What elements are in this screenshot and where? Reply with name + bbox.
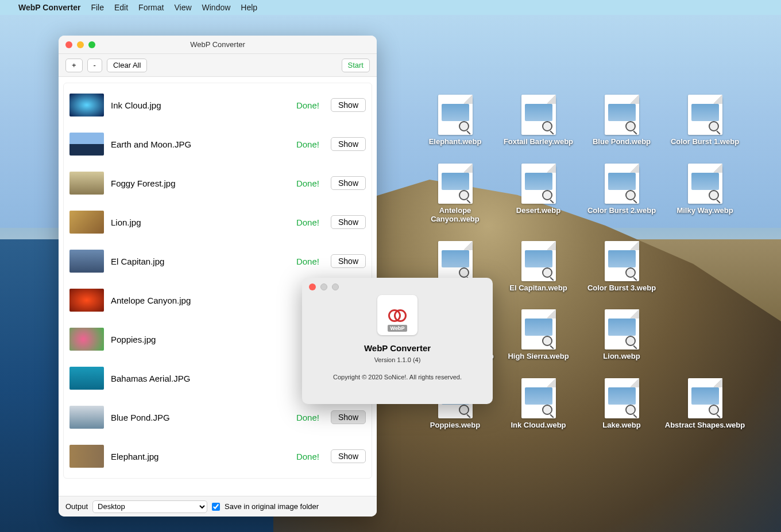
zoom-button[interactable] [88, 41, 95, 48]
file-label: Antelope Canyon.webp [415, 206, 496, 224]
file-thumbnail [69, 328, 104, 351]
menu-edit[interactable]: Edit [114, 3, 128, 12]
menu-view[interactable]: View [174, 3, 191, 12]
desktop-file-icon[interactable]: High Sierra.webp [497, 309, 580, 361]
file-icon [605, 164, 639, 204]
file-name: Elephant.jpg [111, 452, 289, 461]
file-icon [688, 164, 722, 204]
start-button[interactable]: Start [342, 59, 370, 72]
show-button[interactable]: Show [331, 98, 366, 112]
file-icon [605, 378, 639, 418]
file-row[interactable]: Ink Cloud.jpgDone!Show [64, 86, 372, 125]
show-button[interactable]: Show [331, 137, 366, 151]
desktop-file-icon[interactable]: Color Burst 2.webp [580, 164, 663, 224]
file-icon [605, 241, 639, 281]
footer-bar: Output Desktop Save in original image fo… [59, 496, 377, 517]
show-button[interactable]: Show [331, 215, 366, 229]
output-label: Output [65, 502, 88, 511]
about-title: WebP Converter [364, 343, 431, 353]
file-label: Color Burst 2.webp [587, 206, 656, 215]
file-thumbnail [69, 133, 104, 156]
file-status: Done! [296, 452, 319, 461]
about-version: Version 1.1.0 (4) [374, 356, 421, 363]
desktop-file-icon[interactable]: Antelope Canyon.webp [413, 164, 497, 224]
desktop-file-icon[interactable]: Foxtail Barley.webp [497, 95, 580, 146]
desktop-file-icon[interactable]: Color Burst 3.webp [580, 241, 663, 293]
show-button[interactable]: Show [331, 410, 366, 424]
minimize-button[interactable] [77, 41, 84, 48]
about-zoom-button [332, 284, 339, 290]
desktop-file-icon[interactable]: Milky Way.webp [663, 164, 747, 224]
save-original-label: Save in original image folder [225, 502, 319, 511]
file-row[interactable]: Lion.jpgDone!Show [64, 203, 372, 242]
file-icon [438, 241, 473, 281]
desktop-file-icon[interactable]: Lion.webp [580, 309, 663, 361]
file-icon [688, 95, 722, 135]
add-button[interactable]: + [65, 59, 83, 72]
file-row[interactable]: El Capitan.jpgDone!Show [64, 242, 372, 281]
desktop-file-icon[interactable]: Color Burst 1.webp [663, 95, 747, 146]
menu-help[interactable]: Help [241, 3, 257, 12]
file-label: Ink Cloud.webp [511, 421, 566, 430]
desktop-file-icon[interactable]: Elephant.webp [413, 95, 497, 146]
file-icon [521, 378, 556, 418]
file-thumbnail [69, 445, 104, 468]
remove-button[interactable]: - [87, 59, 102, 72]
file-row[interactable]: Earth and Moon.JPGDone!Show [64, 125, 372, 164]
file-status: Done! [296, 413, 319, 422]
clear-all-button[interactable]: Clear All [107, 59, 147, 72]
file-name: Ink Cloud.jpg [111, 100, 289, 110]
desktop-file-icon[interactable]: Ink Cloud.webp [497, 378, 580, 430]
app-menu[interactable]: WebP Converter [18, 3, 80, 12]
file-label: El Capitan.webp [509, 284, 567, 293]
file-label: Poppies.webp [430, 421, 480, 430]
file-icon [438, 95, 473, 135]
file-thumbnail [69, 172, 104, 195]
file-icon [521, 95, 556, 135]
desktop-file-icon[interactable]: Abstract Shapes.webp [663, 378, 747, 430]
file-icon [521, 164, 556, 204]
show-button[interactable]: Show [331, 254, 366, 268]
window-title: WebP Converter [190, 40, 245, 49]
file-row[interactable]: Elephant.jpgDone!Show [64, 437, 372, 476]
file-status: Done! [296, 178, 319, 188]
menubar: WebP Converter File Edit Format View Win… [0, 0, 781, 15]
file-status: Done! [296, 139, 319, 149]
file-icon [688, 378, 722, 418]
file-name: El Capitan.jpg [111, 257, 289, 266]
file-label: Color Burst 3.webp [587, 284, 656, 293]
menu-file[interactable]: File [91, 3, 104, 12]
titlebar[interactable]: WebP Converter [59, 36, 377, 54]
file-label: Milky Way.webp [676, 206, 733, 215]
file-icon [438, 164, 473, 204]
menu-format[interactable]: Format [138, 3, 164, 12]
close-button[interactable] [65, 41, 72, 48]
file-label: Blue Pond.webp [593, 137, 651, 146]
menu-window[interactable]: Window [202, 3, 231, 12]
toolbar: + - Clear All Start [59, 54, 377, 77]
file-label: Foxtail Barley.webp [504, 137, 573, 146]
file-label: High Sierra.webp [508, 352, 569, 361]
about-minimize-button [320, 284, 327, 290]
output-select[interactable]: Desktop [92, 500, 207, 513]
file-label: Color Burst 1.webp [671, 137, 739, 146]
file-thumbnail [69, 367, 104, 390]
desktop-file-icon[interactable]: Desert.webp [497, 164, 580, 224]
desktop-file-icon[interactable]: Blue Pond.webp [580, 95, 663, 146]
desktop-file-icon[interactable]: Lake.webp [580, 378, 663, 430]
save-original-checkbox[interactable] [212, 503, 220, 511]
file-label: Lion.webp [603, 352, 640, 361]
file-status: Done! [296, 100, 319, 110]
file-icon [605, 95, 639, 135]
show-button[interactable]: Show [331, 176, 366, 190]
desktop-file-icon[interactable]: El Capitan.webp [497, 241, 580, 293]
about-close-button[interactable] [309, 284, 316, 290]
show-button[interactable]: Show [331, 449, 366, 463]
file-name: Foggy Forest.jpg [111, 178, 289, 188]
file-row[interactable]: Foggy Forest.jpgDone!Show [64, 164, 372, 203]
file-thumbnail [69, 406, 104, 429]
file-status: Done! [296, 257, 319, 266]
file-name: Earth and Moon.JPG [111, 139, 289, 149]
file-name: Blue Pond.JPG [111, 413, 289, 422]
file-name: Lion.jpg [111, 218, 289, 227]
